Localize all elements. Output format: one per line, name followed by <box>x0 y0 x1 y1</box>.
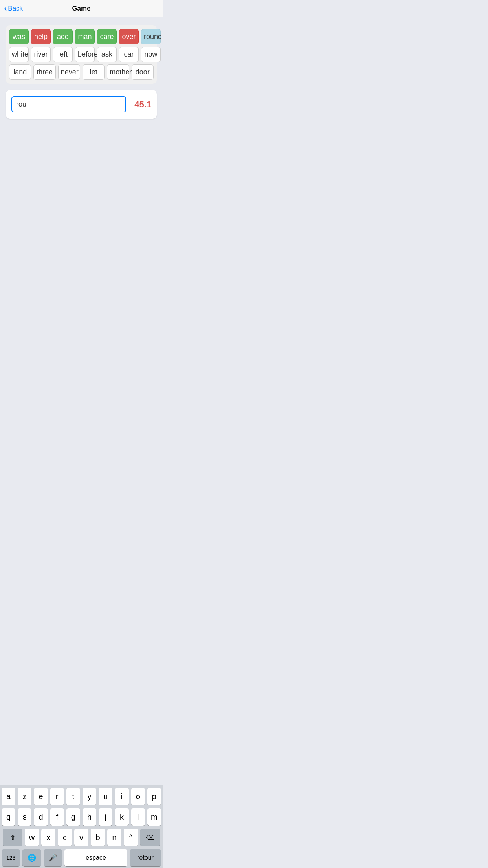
word-tile-before[interactable]: before <box>75 47 95 62</box>
page-title: Game <box>72 5 90 13</box>
input-area: 45.1 <box>6 90 157 119</box>
word-tile-let[interactable]: let <box>83 64 105 80</box>
word-tile-over[interactable]: over <box>119 29 139 44</box>
word-tile-help[interactable]: help <box>31 29 51 44</box>
word-tile-add[interactable]: add <box>53 29 73 44</box>
word-tile-white[interactable]: white <box>9 47 29 62</box>
word-grid: was help add man care over round white r… <box>6 25 157 84</box>
word-tile-round[interactable]: round <box>141 29 161 44</box>
word-row-1: was help add man care over round <box>9 29 154 44</box>
nav-bar: ‹ Back Game <box>0 0 163 17</box>
word-tile-now[interactable]: now <box>141 47 161 62</box>
back-button[interactable]: ‹ Back <box>4 4 23 14</box>
main-content: was help add man care over round white r… <box>0 17 163 127</box>
word-row-3: land three never let mother door <box>9 64 154 80</box>
back-chevron-icon: ‹ <box>4 4 7 14</box>
word-tile-man[interactable]: man <box>75 29 95 44</box>
word-tile-was[interactable]: was <box>9 29 29 44</box>
word-tile-car[interactable]: car <box>119 47 139 62</box>
score-display: 45.1 <box>132 99 151 110</box>
word-tile-land[interactable]: land <box>9 64 31 80</box>
word-tile-care[interactable]: care <box>97 29 117 44</box>
word-tile-three[interactable]: three <box>33 64 55 80</box>
word-row-2: white river left before ask car now <box>9 47 154 62</box>
word-tile-never[interactable]: never <box>58 64 80 80</box>
word-input[interactable] <box>11 96 126 112</box>
word-tile-river[interactable]: river <box>31 47 51 62</box>
back-label: Back <box>8 5 23 13</box>
word-tile-mother[interactable]: mother <box>107 64 129 80</box>
word-tile-ask[interactable]: ask <box>97 47 117 62</box>
word-tile-door[interactable]: door <box>132 64 154 80</box>
word-tile-left[interactable]: left <box>53 47 73 62</box>
